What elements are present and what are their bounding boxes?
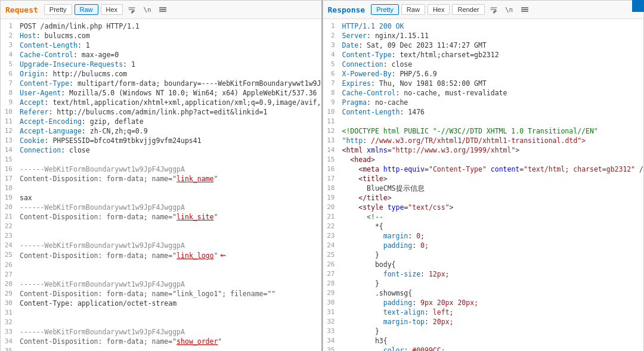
request-title: Request [5,5,38,14]
table-row: 27 font-size: 12px; [323,269,644,279]
table-row: 7Content-Type: multipart/form-data; boun… [1,79,321,88]
table-row: 28 } [323,279,644,288]
table-row: 30 padding: 9px 20px 20px; [323,298,644,307]
table-row: 18 [1,184,321,193]
table-row: 17Content-Disposition: form-data; name="… [1,174,321,184]
table-row: 15 <head> [323,155,644,164]
table-row: 22 [1,222,321,231]
newline-icon-response[interactable]: \n [503,3,516,16]
table-row: 35 [1,346,321,351]
request-header: Request Pretty Raw Hex \n [1,1,321,19]
table-row: 13Cookie: PHPSESSID=bfco4tm9tbkvjjg9vfm2… [1,136,321,145]
table-row: 3Date: Sat, 09 Dec 2023 11:47:27 GMT [323,41,644,50]
table-row: 16------WebKitFormBoundarywwt1w9JpF4Jwgg… [1,164,321,174]
table-row: 2Host: bulucms.com [1,31,321,41]
table-row: 32 [1,318,321,327]
table-row: 12Accept-Language: zh-CN,zh;q=0.9 [1,126,321,136]
table-row: 2Server: nginx/1.15.11 [323,31,644,41]
table-row: 18 BlueCMS提示信息 [323,184,644,193]
table-row: 26 body{ [323,260,644,269]
wrap-icon-response[interactable] [487,3,500,16]
table-row: 31 text-align: left; [323,307,644,317]
table-row: 23 [1,231,321,241]
table-row: 9Accept: text/html,application/xhtml+xml… [1,98,321,107]
tab-hex-response[interactable]: Hex [428,4,450,15]
table-row: 16 <meta http-equiv="Content-Type" conte… [323,164,644,174]
response-panel: Response Pretty Raw Hex Render \n [323,0,645,351]
table-row: 28------WebKitFormBoundarywwt1w9JpF4Jwgg… [1,279,321,289]
table-row: 32 margin-top: 20px; [323,317,644,327]
table-row: 22 *{ [323,222,644,231]
tab-pretty-response[interactable]: Pretty [371,4,399,15]
table-row: 27 [1,270,321,279]
table-row: 29 .showmsg{ [323,288,644,298]
table-row: 20 <style type="text/css"> [323,203,644,212]
table-row: 10Content-Length: 1476 [323,107,644,117]
menu-icon-request[interactable] [156,3,169,16]
tab-pretty-request[interactable]: Pretty [44,4,72,15]
table-row: 4Cache-Control: max-age=0 [1,50,321,60]
response-content: 1HTTP/1.1 200 OK2Server: nginx/1.15.113D… [323,19,644,351]
table-row: 4Content-Type: text/html;charset=gb2312 [323,50,644,60]
table-row: 30Content-Type: application/octet-stream [1,299,321,308]
table-row: 17 <title> [323,174,644,184]
table-row: 24 padding: 0; [323,241,644,250]
table-row: 34 h3{ [323,336,644,346]
table-row: 25Content-Disposition: form-data; name="… [1,250,321,260]
table-row: 31 [1,308,321,318]
wrap-icon-request[interactable] [125,3,138,16]
table-row: 14Connection: close [1,145,321,155]
tab-raw-response[interactable]: Raw [401,4,425,15]
table-row: 20------WebKitFormBoundarywwt1w9JpF4Jwgg… [1,203,321,212]
table-row: 19sax [1,193,321,203]
table-row: 11Accept-Encoding: gzip, deflate [1,117,321,126]
response-header: Response Pretty Raw Hex Render \n [323,1,644,19]
table-row: 23 margin: 0; [323,231,644,241]
table-row: 7Expires: Thu, Nov 1981 08:52:00 GMT [323,79,644,88]
table-row: 1HTTP/1.1 200 OK [323,21,644,31]
table-row: 6Origin: http://bulucms.com [1,69,321,79]
table-row: 1POST /admin/link.php HTTP/1.1 [1,21,321,31]
table-row: 5Connection: close [323,60,644,69]
table-row: 8Cache-Control: no-cache, must-revalidat… [323,88,644,98]
table-row: 26 [1,260,321,270]
table-row: 35 color: #0099CC; [323,346,644,351]
table-row: 8User-Agent: Mozilla/5.0 (Windows NT 10.… [1,88,321,98]
table-row: 5Upgrade-Insecure-Requests: 1 [1,60,321,69]
table-row: 19 </title> [323,193,644,203]
table-row: 3Content-Length: 1 [1,41,321,50]
newline-icon-request[interactable]: \n [141,3,154,16]
table-row: 34Content-Disposition: form-data; name="… [1,337,321,346]
table-row: 11 [323,117,644,126]
tab-render-response[interactable]: Render [452,4,484,15]
table-row: 14<html xmlns="http://www.w3.org/1999/xh… [323,145,644,155]
request-panel: Request Pretty Raw Hex \n [0,0,323,351]
table-row: 15 [1,155,321,164]
tab-hex-request[interactable]: Hex [101,4,123,15]
table-row: 6X-Powered-By: PHP/5.6.9 [323,69,644,79]
table-row: 21 <!-- [323,212,644,222]
table-row: 24------WebKitFormBoundarywwt1w9JpF4Jwgg… [1,241,321,250]
table-row: 10Referer: http://bulucms.com/admin/link… [1,107,321,117]
top-right-button[interactable] [632,0,644,12]
table-row: 21Content-Disposition: form-data; name="… [1,212,321,222]
request-content: 1POST /admin/link.php HTTP/1.12Host: bul… [1,19,321,351]
menu-icon-response[interactable] [518,3,531,16]
table-row: 13"http: //www.w3.org/TR/xhtml1/DTD/xhtm… [323,136,644,145]
table-row: 9Pragma: no-cache [323,98,644,107]
table-row: 29Content-Disposition: form-data; name="… [1,289,321,299]
table-row: 33 } [323,327,644,336]
table-row: 25 } [323,250,644,260]
table-row: 33------WebKitFormBoundarywwt1w9JpF4Jwgg… [1,327,321,337]
table-row: 12<!DOCTYPE html PUBLIC "-//W3C//DTD XHT… [323,126,644,136]
response-title: Response [328,5,366,14]
tab-raw-request[interactable]: Raw [75,4,98,15]
